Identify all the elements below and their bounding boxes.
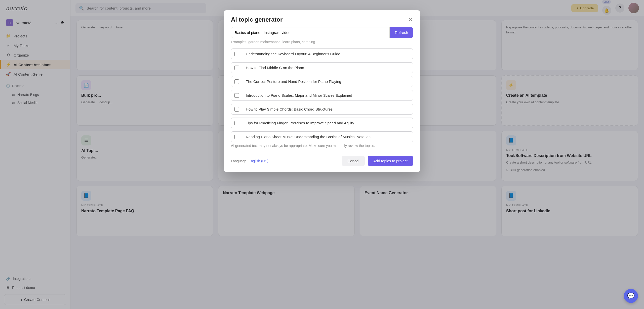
topic-row: Introduction to Piano Scales: Major and … bbox=[231, 90, 413, 101]
topic-text[interactable]: Reading Piano Sheet Music: Understanding… bbox=[242, 132, 413, 142]
modal-body: Refresh Examples: garden maintenance, le… bbox=[224, 27, 420, 152]
chat-icon: 💬 bbox=[627, 292, 635, 299]
modal-title: AI topic generator bbox=[231, 16, 283, 23]
modal-overlay: AI topic generator ✕ Refresh Examples: g… bbox=[0, 0, 644, 309]
topic-row: The Correct Posture and Hand Position fo… bbox=[231, 76, 413, 87]
topic-row: How to Play Simple Chords: Basic Chord S… bbox=[231, 104, 413, 115]
close-icon: ✕ bbox=[408, 16, 413, 23]
cancel-button[interactable]: Cancel bbox=[342, 156, 365, 166]
topic-row: Reading Piano Sheet Music: Understanding… bbox=[231, 131, 413, 142]
topic-row: How to Find Middle C on the Piano bbox=[231, 62, 413, 73]
modal-header: AI topic generator ✕ bbox=[224, 10, 420, 27]
topic-checkbox[interactable] bbox=[234, 52, 239, 56]
examples-text: Examples: garden maintenance, learn pian… bbox=[231, 40, 413, 44]
language-selector[interactable]: Language: English (US) bbox=[231, 159, 268, 163]
topic-checkbox[interactable] bbox=[234, 66, 239, 70]
disclaimer-text: AI generated text may not always be appr… bbox=[231, 144, 413, 148]
chat-fab[interactable]: 💬 bbox=[624, 289, 638, 303]
topic-checkbox[interactable] bbox=[234, 79, 239, 84]
topic-row: Tips for Practicing Finger Exercises to … bbox=[231, 118, 413, 128]
topic-text[interactable]: Tips for Practicing Finger Exercises to … bbox=[242, 118, 413, 128]
topic-text[interactable]: Introduction to Piano Scales: Major and … bbox=[242, 90, 413, 100]
topic-checkbox[interactable] bbox=[234, 135, 239, 139]
topic-input[interactable] bbox=[231, 27, 390, 38]
ai-topic-generator-modal: AI topic generator ✕ Refresh Examples: g… bbox=[224, 10, 420, 172]
topic-checkbox[interactable] bbox=[234, 93, 239, 98]
topic-text[interactable]: How to Find Middle C on the Piano bbox=[242, 63, 413, 73]
close-button[interactable]: ✕ bbox=[408, 16, 413, 23]
modal-footer: Language: English (US) Cancel Add topics… bbox=[224, 152, 420, 172]
lang-label: Language: bbox=[231, 159, 249, 163]
topic-text[interactable]: Understanding the Keyboard Layout: A Beg… bbox=[242, 49, 413, 59]
add-topics-button[interactable]: Add topics to project bbox=[368, 156, 413, 166]
topic-row: Understanding the Keyboard Layout: A Beg… bbox=[231, 48, 413, 59]
topic-checkbox[interactable] bbox=[234, 121, 239, 125]
topic-text[interactable]: The Correct Posture and Hand Position fo… bbox=[242, 76, 413, 87]
refresh-button[interactable]: Refresh bbox=[390, 27, 413, 38]
topic-text[interactable]: How to Play Simple Chords: Basic Chord S… bbox=[242, 104, 413, 114]
lang-value[interactable]: English (US) bbox=[249, 159, 268, 163]
topic-checkbox[interactable] bbox=[234, 107, 239, 112]
